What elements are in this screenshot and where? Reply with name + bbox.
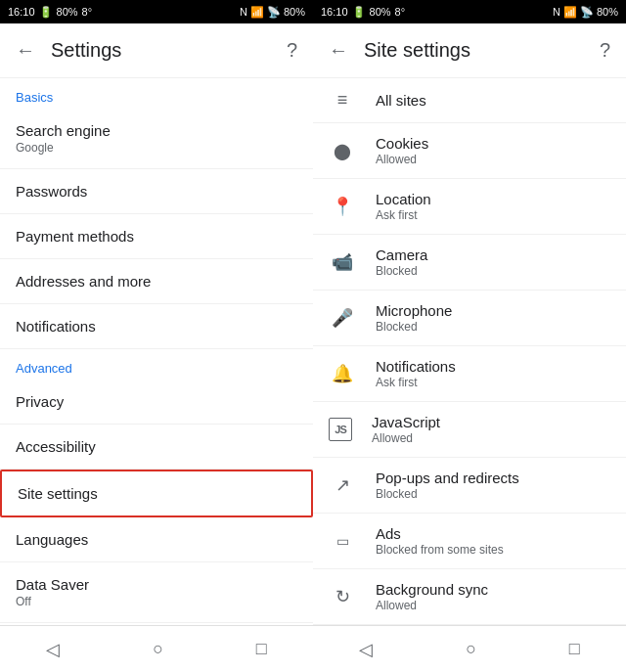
left-battery: 80% [57,6,78,18]
right-scroll-content: ≡ All sites ⬤ Cookies Allowed 📍 Location… [313,78,626,625]
location-subtitle: Ask first [376,208,610,222]
right-status-bar: 16:10 🔋 80% 8° N 📶 📡 80% [313,0,626,23]
popups-item[interactable]: ↗ Pop-ups and redirects Blocked [313,458,626,514]
accessibility-item[interactable]: Accessibility [0,425,313,470]
privacy-item[interactable]: Privacy [0,380,313,425]
left-help-button[interactable]: ? [287,39,297,62]
right-back-button[interactable]: ← [329,39,348,62]
passwords-item[interactable]: Passwords [0,169,313,214]
all-sites-item[interactable]: ≡ All sites [313,78,626,123]
right-signal2: 📡 [580,6,594,19]
camera-text: Camera Blocked [376,246,610,278]
location-text: Location Ask first [376,191,610,222]
right-nav-back[interactable]: ◁ [335,631,396,668]
data-saver-item[interactable]: Data Saver Off [0,562,313,623]
right-nav-recent[interactable]: □ [546,631,604,667]
search-engine-item[interactable]: Search engine Google [0,109,313,169]
right-help-button[interactable]: ? [600,39,610,62]
site-settings-title: Site settings [18,485,295,502]
data-saver-subtitle: Off [16,595,297,608]
background-sync-item[interactable]: ↻ Background sync Allowed [313,569,626,625]
camera-item[interactable]: 📹 Camera Blocked [313,235,626,291]
right-battery-icon: 🔋 [352,6,366,19]
right-nav-bar: ◁ ○ □ [313,625,626,672]
right-nav-home[interactable]: ○ [442,631,500,667]
popups-subtitle: Blocked [376,487,610,501]
left-status-bar: 16:10 🔋 80% 8° N 📶 📡 80% [0,0,313,23]
advanced-section-label: Advanced [0,349,313,380]
search-engine-title: Search engine [16,122,297,139]
location-title: Location [376,191,610,207]
camera-subtitle: Blocked [376,264,610,278]
left-panel: 16:10 🔋 80% 8° N 📶 📡 80% ← Settings ? Ba… [0,0,313,672]
right-wifi-icon: 📶 [563,6,577,19]
right-status-right: N 📶 📡 80% [553,6,618,19]
location-item[interactable]: 📍 Location Ask first [313,179,626,235]
all-sites-text: All sites [376,92,610,109]
left-status-right: N 📶 📡 80% [240,6,305,19]
camera-title: Camera [376,246,610,263]
left-signal2: 📡 [267,6,281,19]
microphone-subtitle: Blocked [376,320,610,334]
microphone-item[interactable]: 🎤 Microphone Blocked [313,291,626,346]
notifications-item[interactable]: Notifications [0,304,313,349]
right-n-icon: N [553,6,560,18]
microphone-text: Microphone Blocked [376,302,610,334]
left-battery2: 80% [284,6,305,18]
cookies-item[interactable]: ⬤ Cookies Allowed [313,123,626,179]
left-toolbar-title: Settings [51,39,271,62]
left-nav-recent[interactable]: □ [233,631,291,667]
right-time: 16:10 [321,6,348,18]
popups-text: Pop-ups and redirects Blocked [376,470,610,501]
camera-icon: 📹 [329,251,356,273]
right-battery2: 80% [597,6,618,18]
notifications-site-item[interactable]: 🔔 Notifications Ask first [313,346,626,402]
left-nav-bar: ◁ ○ □ [0,625,313,672]
right-toolbar: ← Site settings ? [313,23,626,78]
microphone-icon: 🎤 [329,307,356,329]
right-panel: 16:10 🔋 80% 8° N 📶 📡 80% ← Site settings… [313,0,626,672]
languages-item[interactable]: Languages [0,517,313,562]
cookies-icon: ⬤ [329,142,356,160]
microphone-title: Microphone [376,302,610,319]
right-signal: 8° [395,6,406,18]
cookies-subtitle: Allowed [376,153,610,166]
background-sync-icon: ↻ [329,586,356,607]
privacy-title: Privacy [16,393,297,410]
location-icon: 📍 [329,196,356,217]
left-back-button[interactable]: ← [16,39,35,62]
background-sync-title: Background sync [376,581,610,598]
javascript-item[interactable]: JS JavaScript Allowed [313,402,626,458]
all-sites-title: All sites [376,92,610,109]
basics-section-label: Basics [0,78,313,109]
javascript-text: JavaScript Allowed [372,414,610,445]
addresses-item[interactable]: Addresses and more [0,259,313,304]
passwords-title: Passwords [16,183,297,200]
payment-methods-item[interactable]: Payment methods [0,214,313,259]
left-time: 16:10 [8,6,35,18]
javascript-icon: JS [329,418,352,441]
addresses-title: Addresses and more [16,273,297,290]
background-sync-subtitle: Allowed [376,599,610,612]
notifications-site-text: Notifications Ask first [376,358,610,389]
popups-icon: ↗ [329,474,356,496]
left-signal: 8° [82,6,93,18]
site-settings-item[interactable]: Site settings [0,470,313,517]
left-nav-home[interactable]: ○ [129,631,187,667]
ads-text: Ads Blocked from some sites [376,525,610,557]
data-saver-title: Data Saver [16,576,297,593]
left-nav-back[interactable]: ◁ [22,631,83,668]
right-status-left: 16:10 🔋 80% 8° [321,6,405,19]
background-sync-text: Background sync Allowed [376,581,610,612]
left-battery-icon: 🔋 [39,6,53,19]
ads-title: Ads [376,525,610,542]
accessibility-title: Accessibility [16,438,297,455]
ads-item[interactable]: ▭ Ads Blocked from some sites [313,514,626,569]
payment-methods-title: Payment methods [16,228,297,245]
notifications-title: Notifications [16,318,297,335]
left-status-left: 16:10 🔋 80% 8° [8,6,92,19]
cookies-text: Cookies Allowed [376,135,610,166]
left-toolbar: ← Settings ? [0,23,313,78]
notifications-site-subtitle: Ask first [376,376,610,389]
downloads-item[interactable]: Downloads [0,623,313,625]
